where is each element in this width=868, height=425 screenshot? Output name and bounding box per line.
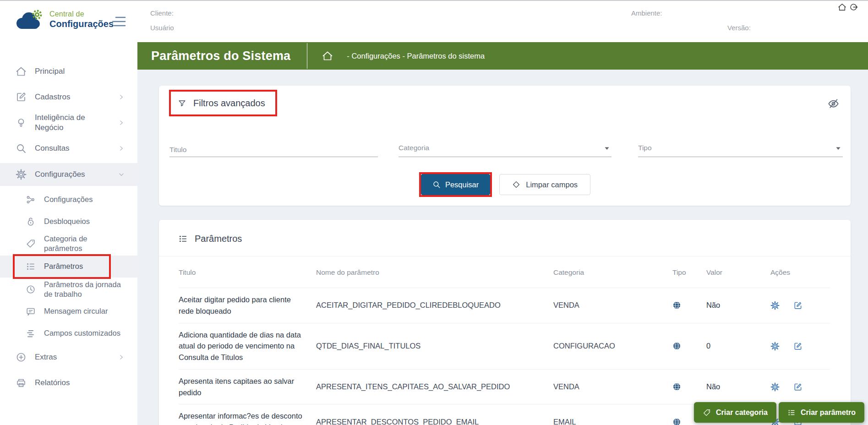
list-icon	[26, 262, 36, 272]
home-icon[interactable]	[838, 3, 846, 11]
sidebar-item-consultas[interactable]: Consultas	[0, 137, 137, 159]
version-label: Versão:	[727, 24, 751, 32]
search-icon	[432, 180, 441, 189]
sidebar-item-cadastros[interactable]: Cadastros	[0, 86, 137, 108]
search-button[interactable]: Pesquisar	[421, 174, 490, 195]
logout-icon[interactable]	[849, 3, 858, 11]
clear-fields-button-label: Limpar campos	[526, 180, 578, 189]
cell-valor: 0	[706, 323, 770, 369]
chevron-right-icon	[117, 144, 126, 153]
sidebar-subitem-configuracoes[interactable]: Configurações	[0, 190, 137, 210]
bulb-icon	[16, 117, 27, 128]
cell-titulo: Apresenta itens capitaes ao salvar pedid…	[179, 369, 316, 404]
create-parameter-button[interactable]: Criar parâmetro	[779, 402, 864, 423]
top-header: Central de Configurações Cliente: Usuári…	[0, 1, 868, 42]
tag-icon	[26, 239, 36, 249]
settings-action-icon[interactable]	[770, 382, 780, 392]
sidebar-item-principal[interactable]: Principal	[0, 60, 137, 82]
breadcrumb: - Configurações - Parâmetros do sistema	[347, 52, 485, 60]
sidebar-item-label: Cadastros	[35, 92, 70, 102]
floating-buttons: Criar categoria Criar parâmetro	[694, 402, 864, 423]
sidebar-subitem-parametros-da-jornada[interactable]: Parâmetros da jornada de trabalho	[0, 279, 137, 300]
cell-categoria: VENDA	[553, 369, 672, 404]
create-category-button[interactable]: Criar categoria	[694, 402, 776, 423]
sidebar-item-label: Desbloqueios	[44, 217, 90, 226]
column-header-acoes: Ações	[770, 256, 830, 288]
page-banner: Parâmetros do Sistema - Configurações - …	[137, 42, 868, 70]
titulo-field[interactable]	[169, 134, 378, 157]
tipo-select[interactable]: Tipo	[638, 134, 843, 157]
logo-line1: Central de	[49, 10, 114, 18]
cell-categoria: EMAIL	[553, 404, 672, 425]
eye-off-icon[interactable]	[827, 98, 840, 110]
logo-line2: Configurações	[49, 19, 114, 29]
edit-action-icon[interactable]	[793, 301, 802, 310]
cell-titulo: Apresentar informac?es de desconto no re…	[179, 404, 316, 425]
categoria-select-label: Categoria	[399, 144, 429, 152]
globe-icon	[672, 301, 681, 310]
sidebar-item-relatorios[interactable]: Relatórios	[0, 372, 137, 394]
caret-down-icon[interactable]	[834, 144, 843, 153]
cell-titulo: Adiciona quantidade de dias na data atua…	[179, 323, 316, 369]
sidebar-subitem-campos-customizados[interactable]: Campos customizados	[0, 323, 137, 343]
clock-icon	[26, 284, 36, 294]
tag-icon	[703, 409, 711, 417]
globe-icon	[672, 418, 681, 425]
sidebar-item-extras[interactable]: Extras	[0, 346, 137, 368]
titulo-input[interactable]	[169, 146, 378, 154]
sidebar-subitem-mensagem-circular[interactable]: Mensagem circular	[0, 301, 137, 321]
cell-valor: Não	[706, 369, 770, 404]
settings-action-icon[interactable]	[770, 301, 780, 310]
edit-icon	[16, 92, 27, 103]
table-row: Aceitar digitar pedido para cliente rede…	[179, 288, 830, 323]
clear-fields-button[interactable]: Limpar campos	[499, 174, 590, 195]
cell-nome: ACEITAR_DIGITAR_PEDIDO_CLIREDEBLOQUEADO	[316, 288, 553, 323]
settings-action-icon[interactable]	[770, 342, 780, 351]
globe-icon	[672, 382, 681, 391]
eraser-icon	[512, 180, 520, 189]
parameters-table: Titulo Nome do parâmetro Categoria Tipo …	[179, 256, 830, 425]
column-header-titulo: Titulo	[179, 256, 316, 288]
annotation-box-pesquisar: Pesquisar	[419, 172, 492, 197]
filter-fields-row: Categoria Tipo	[169, 134, 843, 157]
breadcrumb-home-icon[interactable]	[322, 50, 333, 61]
create-category-label: Criar categoria	[716, 409, 768, 417]
sidebar-subitem-parametros[interactable]: Parâmetros	[0, 256, 137, 278]
edit-action-icon[interactable]	[793, 382, 802, 392]
sidebar-item-inteligencia-de-negocio[interactable]: Inteligência de Negócio	[0, 112, 137, 134]
sidebar-item-label: Categoria de parâmetros	[44, 234, 126, 253]
environment-label: Ambiente:	[631, 9, 662, 17]
app-logo[interactable]: Central de Configurações	[14, 9, 114, 30]
sidebar-item-label: Inteligência de Negócio	[35, 113, 112, 133]
sidebar-subitem-desbloqueios[interactable]: Desbloqueios	[0, 212, 137, 232]
sidebar-item-configuracoes[interactable]: Configurações	[0, 163, 137, 186]
banner-divider	[307, 43, 307, 69]
search-button-label: Pesquisar	[445, 180, 479, 189]
row-actions	[770, 301, 821, 310]
logo-text: Central de Configurações	[49, 10, 114, 29]
unlock-icon	[26, 217, 36, 227]
funnel-icon	[178, 99, 186, 108]
column-header-nome: Nome do parâmetro	[316, 256, 553, 288]
nodes-icon	[26, 195, 36, 205]
table-row: Apresenta itens capitaes ao salvar pedid…	[179, 369, 830, 404]
chevron-right-icon	[117, 119, 126, 127]
sidebar-subitem-categoria-de-parametros[interactable]: Categoria de parâmetros	[0, 234, 137, 254]
cell-tipo	[672, 323, 706, 369]
client-label: Cliente:	[150, 9, 174, 17]
sidebar-item-label: Campos customizados	[44, 328, 120, 338]
column-header-valor: Valor	[706, 256, 770, 288]
sidebar-item-label: Principal	[35, 66, 65, 76]
table-header-row: Titulo Nome do parâmetro Categoria Tipo …	[179, 256, 830, 288]
tipo-select-label: Tipo	[638, 144, 652, 152]
user-label: Usuário	[150, 24, 174, 32]
sidebar-item-label: Configurações	[35, 169, 85, 180]
plus-circle-icon	[16, 352, 27, 363]
edit-action-icon[interactable]	[793, 342, 802, 351]
categoria-select[interactable]: Categoria	[399, 134, 611, 157]
advanced-filters-panel: Filtros avançados Categoria Tipo Pesquis…	[159, 86, 851, 206]
caret-down-icon[interactable]	[602, 144, 611, 153]
list-icon	[178, 234, 188, 244]
hamburger-menu-icon[interactable]	[111, 16, 126, 28]
parameters-panel-title: Parâmetros	[195, 234, 242, 244]
